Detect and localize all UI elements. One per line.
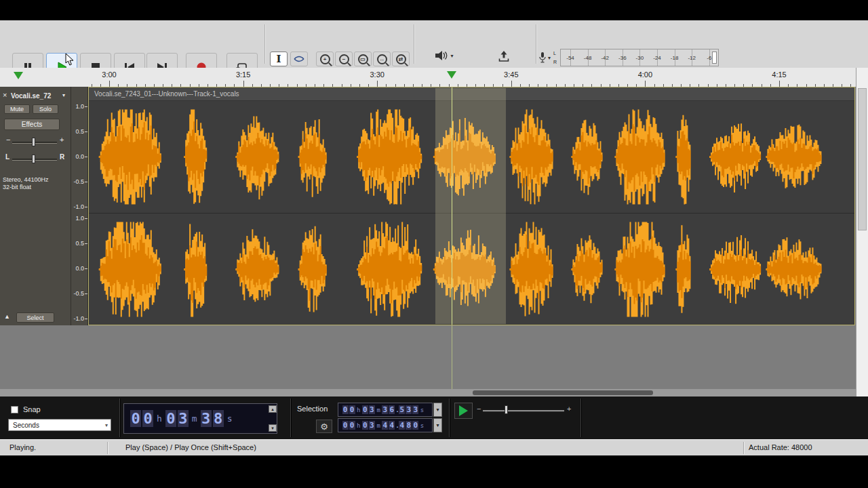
- selection-start-field[interactable]: 00h03m36.533s: [338, 403, 433, 417]
- timeline-label: 4:15: [772, 70, 786, 79]
- timeline-tick: [779, 81, 780, 87]
- timeline-ruler[interactable]: 3:003:153:303:454:004:15: [0, 68, 856, 87]
- selection-region[interactable]: [435, 88, 506, 324]
- ruler-value: 0.0: [75, 153, 84, 160]
- record-clip-indicator: [712, 52, 717, 64]
- snap-mode-combo[interactable]: Seconds ▾: [8, 419, 111, 431]
- toolbar-separator: [536, 24, 537, 64]
- playback-speed-slider[interactable]: [483, 410, 564, 412]
- track-workspace: × Vocali.se_72 ▾ Mute Solo Effects − + L…: [0, 87, 868, 396]
- time-digit: 3: [412, 405, 418, 414]
- vertical-scrollbar[interactable]: [856, 68, 868, 396]
- vertical-scrollbar-thumb[interactable]: [858, 88, 867, 230]
- meter-scale-label: -36: [618, 55, 627, 61]
- time-digit: 0: [342, 405, 349, 414]
- audio-position-display[interactable]: 00h03m38s: [123, 403, 277, 434]
- pan-right-label: R: [60, 153, 64, 161]
- ruler-value: -0.5: [73, 290, 84, 297]
- top-letterbox: [0, 0, 868, 20]
- time-unit: h: [357, 422, 360, 429]
- zoom-in-button[interactable]: +: [316, 52, 334, 66]
- envelope-tool-button[interactable]: [290, 52, 308, 66]
- selection-label: Selection: [297, 405, 328, 413]
- time-digit: 4: [382, 421, 388, 430]
- playhead-line: [452, 87, 452, 325]
- zoom-fit-button[interactable]: ↔: [373, 52, 391, 66]
- time-digit: 3: [369, 405, 375, 414]
- timeline-label: 4:00: [638, 70, 652, 79]
- horizontal-scrollbar-thumb[interactable]: [473, 390, 653, 395]
- record-meter-icon-group[interactable]: ▾: [538, 52, 551, 64]
- ruler-tick: [85, 157, 87, 157]
- timeline-label: 3:30: [370, 70, 384, 79]
- selection-tool-button[interactable]: I: [270, 52, 288, 66]
- mouse-cursor: [65, 53, 75, 66]
- meter-scale-label: -48: [584, 55, 592, 61]
- gear-icon: ⚙: [320, 422, 328, 432]
- timeline-pin-triangle[interactable]: [14, 72, 23, 79]
- effects-button[interactable]: Effects: [4, 119, 60, 130]
- selection-start-dropdown[interactable]: ▾: [433, 403, 442, 417]
- mic-icon: [538, 52, 547, 64]
- selection-end-dropdown[interactable]: ▾: [433, 418, 442, 432]
- recording-meter[interactable]: -54-48-42-36-30-24-18-12-6: [560, 49, 719, 66]
- status-actual-rate: Actual Rate: 48000: [749, 443, 812, 451]
- meter-scale-label: -12: [688, 55, 696, 61]
- ruler-tick: [85, 319, 87, 319]
- record-meter-channel-labels: LR: [553, 49, 560, 66]
- gain-slider-thumb[interactable]: [32, 138, 35, 146]
- zoom-selection-button[interactable]: ▭: [354, 52, 372, 66]
- playback-speed-thumb[interactable]: [505, 405, 508, 414]
- ruler-tick: [85, 293, 87, 294]
- solo-button[interactable]: Solo: [33, 104, 58, 114]
- collapse-track-icon[interactable]: ▲: [4, 313, 10, 320]
- gain-plus-label: +: [60, 136, 64, 144]
- channel-label: L: [553, 51, 560, 56]
- horizontal-scrollbar[interactable]: [0, 389, 856, 396]
- time-digit: 0: [412, 421, 418, 430]
- zoom-toggle-button[interactable]: ⇄: [392, 52, 410, 66]
- status-hint: Play (Space) / Play Once (Shift+Space): [125, 443, 256, 451]
- chevron-down-icon: ▾: [105, 422, 108, 428]
- time-unit: m: [376, 422, 380, 429]
- ruler-value: 1.0: [75, 103, 84, 110]
- channel-label: R: [553, 60, 560, 64]
- close-track-icon[interactable]: ×: [3, 91, 7, 99]
- select-track-button[interactable]: Select: [16, 312, 54, 323]
- time-digit: 5: [399, 405, 405, 414]
- time-digit: 0: [142, 410, 153, 427]
- track-menu-arrow-icon[interactable]: ▾: [62, 92, 65, 98]
- status-bar: Playing. Play (Space) / Play Once (Shift…: [0, 439, 868, 456]
- meter-scale-label: -54: [566, 55, 574, 61]
- ruler-tick: [85, 106, 87, 107]
- track-name[interactable]: Vocali.se_72: [11, 92, 51, 100]
- main-toolbar: I ✎ * + − ▭ ↔ ⇄ ◫ ▭ ↶ ↷ ▾ Audio Setup: [0, 20, 868, 68]
- snap-checkbox[interactable]: [11, 406, 18, 413]
- chevron-down-icon: ▾: [548, 55, 551, 61]
- time-digit: 3: [178, 410, 189, 427]
- audio-clip[interactable]: Vocali.se_7243_01---Unknown---Track-1_vo…: [88, 87, 855, 325]
- audio-setup-icon: [435, 50, 448, 61]
- selection-end-field[interactable]: 00h03m44.480s: [338, 418, 433, 432]
- track-control-panel: × Vocali.se_72 ▾ Mute Solo Effects − + L…: [0, 87, 71, 325]
- time-spin-down[interactable]: ▾: [269, 424, 277, 432]
- meter-scale-label: -6: [707, 55, 711, 61]
- status-state: Playing.: [9, 443, 36, 451]
- zoom-selection-icon: ▭: [358, 54, 368, 64]
- mute-button[interactable]: Mute: [4, 104, 30, 114]
- zoom-out-button[interactable]: −: [335, 52, 353, 66]
- time-digit: 0: [349, 405, 355, 414]
- play-at-speed-button[interactable]: [454, 403, 473, 419]
- ruler-value: -1.0: [73, 315, 84, 322]
- selection-settings-button[interactable]: ⚙: [316, 420, 332, 433]
- time-digit: .: [395, 405, 399, 414]
- time-digit: 3: [406, 405, 412, 414]
- ruler-tick: [85, 131, 87, 132]
- ruler-value: 0.5: [75, 128, 84, 135]
- pan-slider-thumb[interactable]: [32, 155, 35, 163]
- speed-minus-label: −: [477, 405, 481, 413]
- time-digit: 0: [342, 421, 349, 430]
- playhead-triangle[interactable]: [447, 71, 456, 79]
- time-spin-up[interactable]: ▴: [269, 405, 277, 413]
- time-digit: 4: [399, 421, 405, 430]
